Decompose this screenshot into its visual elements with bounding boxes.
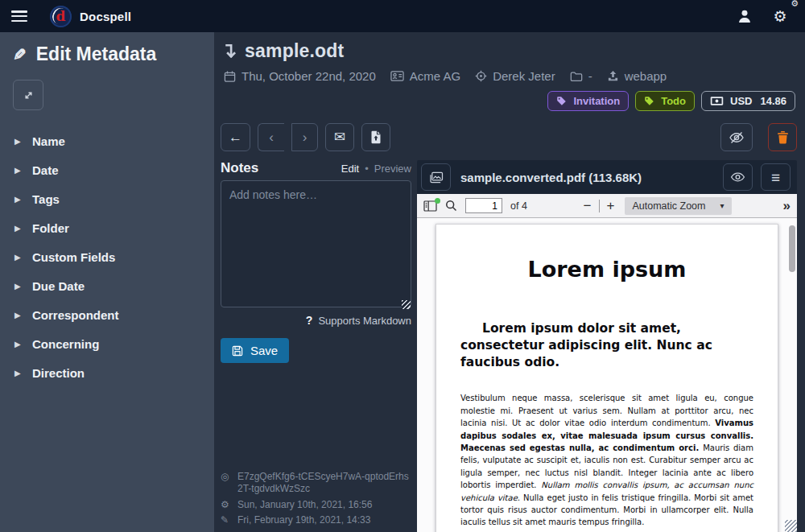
sidebar-item-tags[interactable]: ▶Tags — [13, 186, 201, 212]
pdf-document-text: Lorem ipsum Lorem ipsum dolor sit amet, … — [460, 263, 753, 532]
pdf-scrollbar-thumb[interactable] — [789, 225, 795, 272]
item-info-block: ◎ E7zgQefKfg6-tCEScyeH7wA-qptodErhs2T-tg… — [221, 468, 411, 532]
prev-item-button[interactable]: ‹ — [258, 123, 284, 151]
metadata-accordion: ▶Name ▶Date ▶Tags ▶Folder ▶Custom Fields… — [13, 128, 201, 386]
attachment-select-button[interactable] — [421, 163, 451, 191]
content-columns: Notes Edit • Preview ? Supports Markdown — [214, 160, 805, 532]
pdf-search-button[interactable] — [445, 200, 457, 212]
tag-icon — [556, 96, 567, 106]
pdf-paragraph: Vestibulum neque massa, scelerisque sit … — [460, 392, 753, 528]
attachment-title: sample.converted.pdf (113.68K) — [460, 171, 713, 184]
caret-right-icon: ▶ — [14, 137, 21, 146]
meta-correspondent: Acme AG — [390, 69, 460, 83]
file-arrow-up-icon — [370, 130, 382, 144]
pencil-icon: ✎ — [221, 514, 231, 527]
meta-folder: - — [570, 69, 592, 83]
notes-title: Notes — [221, 160, 341, 176]
prev-next-group: ‹ › — [258, 123, 318, 151]
notes-edit-tab[interactable]: Edit — [341, 163, 359, 175]
bars-icon: ≡ — [771, 170, 780, 185]
attachment-menu-button[interactable]: ≡ — [761, 163, 791, 191]
sidebar-title-label: Edit Metadata — [36, 43, 157, 65]
app-title: Docspell — [80, 10, 131, 23]
chevron-left-icon: ‹ — [269, 130, 274, 146]
pdf-more-tools-button[interactable]: » — [783, 198, 791, 214]
notification-dot — [435, 198, 440, 204]
docspell-logo: d — [50, 6, 72, 27]
pdf-zoom-select[interactable]: Automatic Zoom ▾ — [625, 197, 731, 215]
sidebar-item-custom-fields[interactable]: ▶Custom Fields — [13, 244, 201, 270]
meta-concerning: Derek Jeter — [475, 69, 555, 83]
attachment-view-button[interactable] — [723, 163, 753, 191]
top-navbar: d Docspell ⚙⚙ — [0, 0, 805, 32]
page-title: sample.odt — [245, 40, 344, 62]
docspell-app: d Docspell ⚙⚙ ✎ Edit Metadata — [0, 0, 805, 532]
caret-right-icon: ▶ — [14, 195, 21, 204]
markdown-hint: ? Supports Markdown — [221, 314, 411, 327]
pdf-scrollbar[interactable] — [789, 224, 795, 532]
sidebar-item-direction[interactable]: ▶Direction — [13, 360, 201, 386]
next-item-button[interactable]: › — [291, 123, 318, 151]
envelope-icon: ✉ — [334, 129, 345, 146]
attachment-panel: sample.converted.pdf (113.68K) ≡ — [417, 160, 797, 532]
hide-sidebar-button[interactable] — [720, 123, 753, 151]
notes-preview-tab[interactable]: Preview — [374, 163, 411, 175]
caret-right-icon: ▶ — [14, 224, 21, 233]
upload-file-button[interactable] — [361, 123, 390, 151]
question-icon: ? — [306, 314, 313, 327]
item-updated-row: ✎ Fri, February 19th, 2021, 14:33 — [221, 514, 411, 527]
dot-separator: • — [365, 163, 369, 175]
sidebar-item-correspondent[interactable]: ▶Correspondent — [13, 302, 201, 328]
back-button[interactable]: ← — [221, 123, 250, 151]
item-created: Sun, January 10th, 2021, 16:56 — [237, 499, 372, 512]
pdf-page-count: of 4 — [510, 200, 527, 212]
pdf-doc-heading: Lorem ipsum dolor sit amet, consectetur … — [460, 320, 753, 371]
custom-field-badge-usd[interactable]: USD 14.86 — [701, 91, 795, 111]
tag-badge-invitation[interactable]: Invitation — [547, 91, 629, 111]
delete-item-button[interactable] — [768, 123, 797, 151]
arrow-down-icon — [224, 43, 237, 60]
pdf-doc-title: Lorem ipsum — [460, 263, 753, 275]
user-icon[interactable] — [731, 2, 758, 30]
zoom-in-button[interactable]: + — [607, 199, 615, 212]
item-id-row: ◎ E7zgQefKfg6-tCEScyeH7wA-qptodErhs2T-tg… — [221, 471, 411, 496]
sidebar-title: ✎ Edit Metadata — [13, 43, 201, 65]
trash-icon — [777, 130, 789, 144]
eye-slash-icon — [729, 131, 745, 144]
pencil-icon: ✎ — [13, 45, 27, 64]
eye-icon — [730, 171, 745, 183]
meta-source: webapp — [607, 69, 667, 83]
sidebar-item-date[interactable]: ▶Date — [13, 157, 201, 184]
caret-right-icon: ▶ — [14, 340, 21, 348]
divider — [599, 200, 600, 212]
send-mail-button[interactable]: ✉ — [325, 123, 354, 151]
sidebar-item-folder[interactable]: ▶Folder — [13, 215, 201, 241]
item-toolbar: ← ‹ › ✉ — [214, 123, 805, 151]
attachment-header: sample.converted.pdf (113.68K) ≡ — [417, 160, 797, 194]
item-created-row: ⚙ Sun, January 10th, 2021, 16:56 — [221, 499, 411, 512]
pdf-viewer: Lorem ipsum Lorem ipsum dolor sit amet, … — [417, 218, 797, 532]
caret-right-icon: ▶ — [14, 253, 21, 262]
pdf-sidebar-toggle-button[interactable] — [423, 200, 437, 212]
tag-badge-todo[interactable]: Todo — [635, 91, 695, 111]
notes-input[interactable] — [221, 180, 411, 307]
settings-cogs-icon[interactable]: ⚙⚙ — [766, 2, 794, 30]
images-icon — [429, 171, 444, 184]
tag-badge-row: Invitation Todo USD 14.86 — [224, 91, 797, 111]
sidebar-item-due-date[interactable]: ▶Due Date — [13, 273, 201, 299]
hamburger-menu-icon[interactable] — [11, 10, 27, 22]
chevron-down-icon: ▾ — [720, 201, 724, 210]
expand-arrows-icon — [23, 89, 35, 101]
pdf-page-input[interactable] — [465, 198, 502, 213]
folder-icon — [570, 71, 583, 82]
save-button[interactable]: Save — [221, 338, 289, 363]
panel-resize-handle[interactable] — [785, 520, 797, 532]
zoom-out-button[interactable]: − — [584, 199, 592, 212]
money-bill-icon — [710, 96, 724, 106]
expand-collapse-button[interactable] — [13, 80, 43, 110]
sidebar-item-name[interactable]: ▶Name — [13, 128, 201, 155]
sidebar-item-concerning[interactable]: ▶Concerning — [13, 331, 201, 357]
tag-icon — [644, 96, 654, 106]
document-header: sample.odt Thu, October 22nd, 2020 — [214, 32, 805, 111]
upload-icon — [607, 70, 619, 82]
